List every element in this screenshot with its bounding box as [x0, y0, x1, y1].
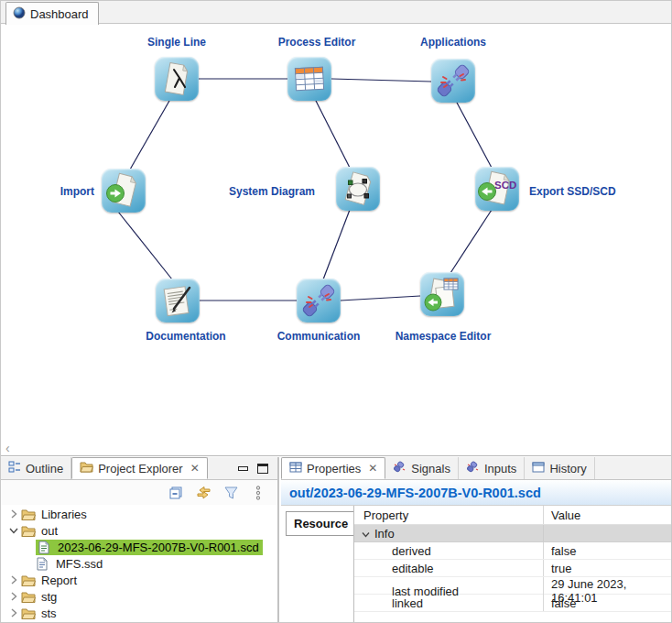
- table-group-row-info[interactable]: Info: [354, 525, 672, 542]
- table-row[interactable]: linked false: [354, 595, 672, 612]
- tree-item-report[interactable]: Report: [1, 572, 276, 588]
- node-label-documentation: Documentation: [146, 330, 225, 343]
- table-row[interactable]: editable true: [354, 560, 672, 577]
- node-label-import: Import: [60, 185, 94, 198]
- group-label: Info: [374, 527, 395, 541]
- applications-icon[interactable]: [431, 59, 475, 103]
- project-tree: Libraries out 2023-06-29-MFS-2007B-V0-R0…: [1, 506, 276, 623]
- close-icon[interactable]: ✕: [190, 462, 200, 475]
- tree-item-ssd-file[interactable]: MFS.ssd: [1, 555, 276, 572]
- tree-item-libraries[interactable]: Libraries: [1, 506, 276, 522]
- node-label-single-line: Single Line: [147, 36, 206, 49]
- svg-text:SCD: SCD: [494, 180, 516, 191]
- folder-icon: [21, 591, 38, 603]
- tab-history[interactable]: History: [525, 457, 594, 479]
- export-ssd-scd-icon[interactable]: SCD: [475, 167, 519, 211]
- chevron-down-icon[interactable]: [362, 527, 370, 541]
- properties-title: out/2023-06-29-MFS-2007B-V0-R001.scd: [281, 480, 672, 506]
- tab-project-explorer-label: Project Explorer: [98, 462, 182, 475]
- page-back-chevron-icon[interactable]: ‹: [5, 441, 10, 455]
- property-name: derived: [354, 544, 543, 558]
- tree-item-stg[interactable]: stg: [1, 588, 276, 605]
- inputs-icon: [466, 461, 480, 475]
- table-row[interactable]: derived false: [354, 542, 672, 560]
- process-editor-icon[interactable]: [287, 57, 331, 101]
- resource-sidebar: Resource: [281, 506, 354, 623]
- link-with-editor-icon[interactable]: [195, 485, 211, 501]
- tab-dashboard[interactable]: Dashboard: [5, 2, 99, 25]
- property-value: false: [543, 595, 672, 611]
- table-row[interactable]: last modified 29 June 2023, 16:41:01: [354, 577, 672, 595]
- tab-project-explorer[interactable]: Project Explorer ✕: [71, 457, 208, 479]
- tab-inputs-label: Inputs: [484, 462, 516, 475]
- folder-icon: [21, 607, 38, 619]
- filter-icon[interactable]: [222, 485, 239, 501]
- tab-outline-label: Outline: [26, 462, 63, 475]
- single-line-icon[interactable]: [155, 57, 199, 101]
- tree-item-label: MFS.ssd: [56, 557, 103, 571]
- editor-tabbar: Dashboard: [1, 1, 672, 24]
- tree-item-label: sts: [41, 607, 57, 620]
- tree-item-out[interactable]: out: [1, 522, 276, 539]
- column-header-property[interactable]: Property: [354, 508, 543, 522]
- table-header-row: Property Value: [354, 506, 672, 525]
- folder-icon: [21, 574, 38, 586]
- properties-icon: [289, 462, 302, 475]
- tab-dashboard-label: Dashboard: [30, 7, 89, 21]
- property-value: true: [543, 560, 672, 576]
- outline-icon: [8, 461, 21, 476]
- tree-item-label: Libraries: [41, 508, 87, 521]
- communication-icon[interactable]: [297, 279, 341, 322]
- chevron-right-icon[interactable]: [6, 509, 21, 519]
- property-name: editable: [354, 562, 543, 575]
- import-icon[interactable]: [102, 169, 146, 213]
- dashboard-canvas: Single Line Process Editor Applications …: [1, 24, 672, 456]
- explorer-tabbar: Outline Project Explorer ✕: [1, 457, 277, 480]
- chevron-down-icon[interactable]: [6, 527, 21, 534]
- documentation-icon[interactable]: [156, 279, 200, 322]
- tree-item-label: 2023-06-29-MFS-2007B-V0-R001.scd: [58, 541, 259, 554]
- properties-body: Resource Property Value Info derived fal…: [281, 506, 672, 623]
- chevron-right-icon[interactable]: [6, 608, 21, 618]
- properties-tabbar: Properties ✕ Signals Inputs History: [281, 457, 672, 480]
- tab-resource[interactable]: Resource: [286, 511, 353, 536]
- history-icon: [532, 462, 545, 475]
- tree-item-scd-file[interactable]: 2023-06-29-MFS-2007B-V0-R001.scd: [1, 539, 276, 555]
- selected-highlight: 2023-06-29-MFS-2007B-V0-R001.scd: [36, 540, 263, 555]
- tab-inputs[interactable]: Inputs: [459, 457, 525, 479]
- tab-properties[interactable]: Properties ✕: [281, 457, 385, 479]
- chevron-right-icon[interactable]: [6, 592, 21, 601]
- property-value: false: [543, 542, 672, 559]
- tree-item-label: out: [41, 524, 58, 538]
- property-name: linked: [354, 596, 543, 610]
- properties-panel: Properties ✕ Signals Inputs History: [281, 457, 672, 623]
- file-icon: [38, 541, 54, 554]
- folder-icon: [21, 525, 38, 537]
- folder-icon: [21, 508, 38, 520]
- tree-item-label: stg: [41, 590, 57, 604]
- tab-history-label: History: [549, 462, 586, 475]
- chevron-right-icon[interactable]: [6, 575, 21, 585]
- tree-item-sts[interactable]: sts: [1, 605, 276, 621]
- close-icon[interactable]: ✕: [368, 462, 377, 475]
- project-explorer-panel: Outline Project Explorer ✕: [1, 457, 279, 623]
- tab-signals[interactable]: Signals: [385, 457, 459, 479]
- minimize-icon[interactable]: [238, 466, 248, 471]
- tab-outline[interactable]: Outline: [1, 457, 71, 479]
- maximize-icon[interactable]: [257, 464, 268, 474]
- properties-table: Property Value Info derived false editab…: [354, 506, 672, 623]
- system-diagram-icon[interactable]: [336, 167, 380, 211]
- column-header-value[interactable]: Value: [543, 506, 672, 524]
- tree-item-label: Report: [41, 574, 77, 587]
- node-label-communication: Communication: [277, 330, 361, 343]
- node-label-system-diagram: System Diagram: [229, 185, 315, 198]
- namespace-editor-icon[interactable]: [420, 272, 464, 316]
- signals-icon: [393, 461, 406, 475]
- node-label-export-ssd-scd: Export SSD/SCD: [529, 185, 616, 198]
- collapse-all-icon[interactable]: [168, 485, 184, 501]
- node-label-namespace-editor: Namespace Editor: [396, 330, 492, 343]
- file-icon: [36, 557, 52, 571]
- view-menu-icon[interactable]: [250, 485, 266, 501]
- node-label-applications: Applications: [420, 36, 486, 49]
- dashboard-icon: [13, 6, 26, 22]
